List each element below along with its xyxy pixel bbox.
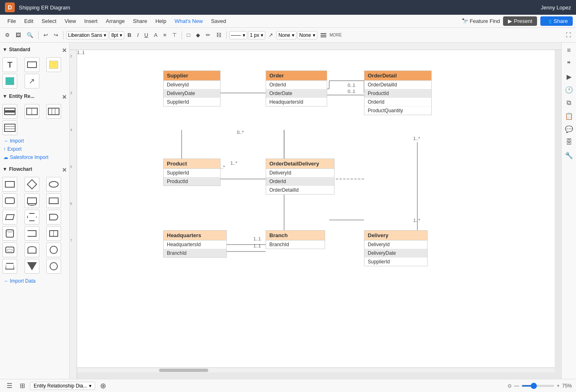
list-view-btn[interactable]: ☰: [4, 381, 15, 390]
salesforce-btn[interactable]: ☁ Salesforce Import: [2, 153, 67, 161]
product-entity[interactable]: Product SupplierId ProductId: [163, 159, 221, 186]
flow-triangle[interactable]: [25, 259, 39, 274]
layers-btn[interactable]: ▶: [563, 70, 575, 83]
db-btn[interactable]: 🗄: [563, 136, 575, 148]
menu-select[interactable]: Select: [37, 16, 60, 26]
flow-shape12[interactable]: [46, 226, 61, 241]
zoom-slider[interactable]: [521, 385, 554, 387]
import-data-btn[interactable]: → Import Data: [2, 277, 67, 285]
align-btn[interactable]: ≡: [161, 30, 169, 40]
flow-doc[interactable]: [25, 193, 39, 208]
connection-btn[interactable]: ⛓: [214, 30, 224, 40]
menu-help[interactable]: Help: [151, 16, 171, 26]
font-color-btn[interactable]: A: [151, 30, 160, 40]
flow-rect[interactable]: [2, 177, 17, 192]
undo-btn[interactable]: ↩: [41, 30, 50, 40]
font-size-selector[interactable]: 8pt ▾: [109, 31, 124, 39]
menu-share[interactable]: Share: [129, 16, 151, 26]
border-btn[interactable]: ✏: [203, 30, 213, 40]
redo-btn[interactable]: ↪: [51, 30, 61, 40]
tools-btn[interactable]: 🔧: [563, 149, 575, 161]
shape-btn[interactable]: □: [184, 30, 193, 40]
entity-toggle[interactable]: ▼ Entity Re...: [2, 93, 34, 100]
insert-btn[interactable]: ❝: [563, 57, 575, 70]
export-btn[interactable]: ↑ Export: [2, 145, 67, 153]
shape-teal[interactable]: [2, 74, 17, 88]
line-width-selector[interactable]: 1 px ▾: [248, 31, 266, 39]
share-button[interactable]: 👥 Share: [540, 16, 573, 26]
flow-shape14[interactable]: [25, 242, 39, 257]
flow-shape13[interactable]: [2, 242, 17, 257]
menu-insert[interactable]: Insert: [80, 16, 102, 26]
feature-find-btn[interactable]: 🔭 Feature Find: [462, 18, 500, 24]
menu-arrange[interactable]: Arrange: [102, 16, 129, 26]
horizontal-scrollbar[interactable]: [77, 367, 555, 372]
format-btn[interactable]: ≡: [563, 44, 575, 57]
flow-hex[interactable]: [25, 210, 39, 224]
flow-rounded[interactable]: [2, 193, 17, 208]
image-btn[interactable]: 🖼: [13, 30, 23, 40]
arrow-end-selector[interactable]: None ▾: [297, 31, 317, 39]
props-btn[interactable]: 📋: [563, 110, 575, 122]
flow-diamond[interactable]: [25, 177, 39, 192]
orderdetail-entity[interactable]: OrderDetail OrderDetailId ProductId Orde…: [364, 70, 432, 115]
menu-edit[interactable]: Edit: [20, 16, 37, 26]
menu-whats-new[interactable]: What's New: [171, 16, 207, 26]
delivery-entity[interactable]: Delivery DeliveryId DeliveryDate Supplie…: [364, 230, 428, 266]
flowchart-close[interactable]: ✕: [62, 167, 67, 173]
comments-btn[interactable]: 💬: [563, 123, 575, 135]
entity-shape-2[interactable]: [25, 104, 39, 119]
search-btn[interactable]: 🔍: [24, 30, 36, 40]
canvas-scroll[interactable]: 1..1 1..1 0..1 0..1 0..* 1..* 0..* 1..* …: [77, 50, 555, 372]
flow-shape16[interactable]: [2, 259, 17, 274]
font-selector[interactable]: Liberation Sans ▾: [66, 31, 108, 39]
zoom-minus[interactable]: —: [514, 383, 519, 389]
arrow-start-selector[interactable]: None ▾: [276, 31, 296, 39]
entity-close[interactable]: ✕: [62, 94, 67, 100]
supplier-entity[interactable]: Supplier DeliveryId DeliveryDate Supplie…: [163, 70, 221, 106]
entity-shape-1[interactable]: [2, 104, 17, 119]
zoom-plus[interactable]: +: [557, 383, 560, 389]
flow-cyl[interactable]: [2, 226, 17, 241]
scroll-thumb[interactable]: [159, 369, 208, 372]
entity-shape-3[interactable]: [46, 104, 61, 119]
orderdetaildelivery-entity[interactable]: OrderDetailDelivery DeliveryId OrderId O…: [266, 159, 335, 195]
stack-btn[interactable]: ⧉: [563, 97, 575, 109]
clock-btn[interactable]: 🕐: [563, 84, 575, 96]
standard-close[interactable]: ✕: [62, 47, 67, 54]
fullscreen-btn[interactable]: ⛶: [563, 30, 574, 40]
line-style-selector[interactable]: —— ▾: [229, 31, 247, 39]
add-page-btn[interactable]: ⊕: [98, 381, 109, 391]
text-format-btn[interactable]: ⊤: [170, 30, 179, 40]
menu-view[interactable]: View: [61, 16, 80, 26]
plugins-btn[interactable]: ⚙: [2, 30, 12, 40]
diagram-tab[interactable]: Entity Relationship Dia... ▾: [30, 382, 95, 390]
entity-shape-4[interactable]: [2, 120, 17, 135]
flow-shape18[interactable]: [46, 259, 61, 274]
shape-arrow[interactable]: ↗: [25, 74, 39, 88]
headquarters-entity[interactable]: Headquarters HeadquartersId BranchId: [163, 230, 227, 258]
standard-toggle[interactable]: ▼ Standard: [2, 46, 30, 53]
underline-btn[interactable]: U: [142, 30, 150, 40]
order-entity[interactable]: Order OrderId OrderDate HeadquartersId: [266, 70, 327, 106]
flow-trap[interactable]: [46, 193, 61, 208]
fill-btn[interactable]: ◆: [194, 30, 203, 40]
import-btn[interactable]: → Import: [2, 137, 67, 145]
shape-text[interactable]: T: [2, 57, 17, 72]
flow-oval[interactable]: [46, 177, 61, 192]
present-button[interactable]: ▶ Present: [503, 16, 537, 26]
branch-entity[interactable]: Branch BranchId: [266, 230, 325, 249]
flow-circle[interactable]: [46, 242, 61, 257]
grid-view-btn[interactable]: ⊞: [17, 381, 27, 390]
shape-rect[interactable]: [25, 57, 39, 72]
more-btn[interactable]: [318, 32, 329, 39]
shape-note[interactable]: [46, 57, 61, 72]
flow-shape11[interactable]: [25, 226, 39, 241]
flow-para[interactable]: [2, 210, 17, 224]
italic-btn[interactable]: I: [134, 30, 141, 40]
flow-shape9[interactable]: [46, 210, 61, 224]
flowchart-toggle[interactable]: ▼ Flowchart: [2, 165, 32, 173]
bold-btn[interactable]: B: [125, 30, 134, 40]
menu-file[interactable]: File: [3, 16, 20, 26]
waypoint-btn[interactable]: ↗: [266, 30, 275, 40]
